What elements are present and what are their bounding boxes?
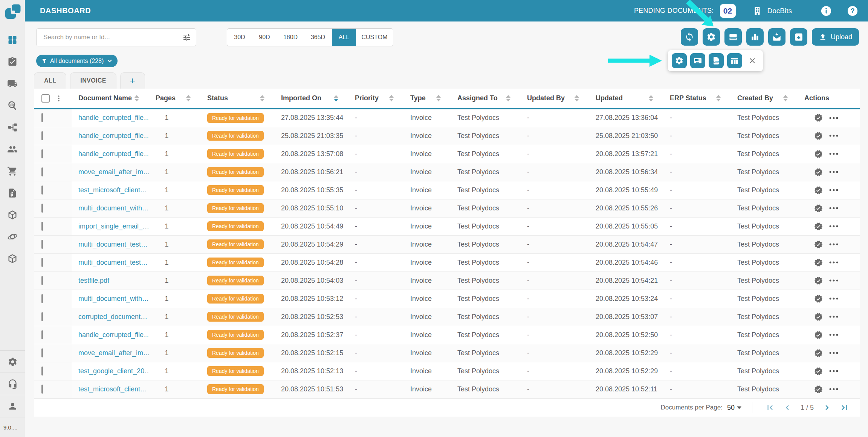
row-checkbox[interactable] xyxy=(41,385,43,394)
document-name-link[interactable]: multi_document_with… xyxy=(78,295,149,302)
per-page-value[interactable]: 50 xyxy=(727,404,735,412)
toolbar-mail-import-button[interactable] xyxy=(768,28,785,46)
row-checkbox[interactable] xyxy=(41,276,43,285)
sidebar-item-settings[interactable] xyxy=(0,351,25,373)
last-page-button[interactable] xyxy=(839,403,849,412)
verified-icon[interactable] xyxy=(814,150,823,158)
range-90d[interactable]: 90D xyxy=(252,29,277,46)
row-more-button[interactable] xyxy=(829,370,839,373)
close-icon[interactable] xyxy=(749,57,756,64)
add-tab-button[interactable]: + xyxy=(120,72,145,89)
verified-icon[interactable] xyxy=(814,313,823,321)
verified-icon[interactable] xyxy=(814,240,823,249)
sidebar-item-profile[interactable] xyxy=(0,395,25,417)
document-name-link[interactable]: multi_document_test… xyxy=(78,259,148,266)
verified-icon[interactable] xyxy=(814,258,823,267)
row-checkbox[interactable] xyxy=(41,240,43,249)
search-input[interactable] xyxy=(43,33,182,41)
row-more-button[interactable] xyxy=(829,152,839,155)
sidebar-item-cart[interactable] xyxy=(7,166,18,176)
help-icon[interactable]: ? xyxy=(847,5,858,17)
sidebar-item-dashboard[interactable] xyxy=(7,35,18,45)
row-more-button[interactable] xyxy=(829,297,839,300)
row-checkbox[interactable] xyxy=(41,186,43,195)
verified-icon[interactable] xyxy=(814,276,823,285)
sidebar-item-truck[interactable] xyxy=(7,78,18,89)
row-checkbox[interactable] xyxy=(41,330,43,339)
row-checkbox[interactable] xyxy=(41,222,43,231)
row-more-button[interactable] xyxy=(829,279,839,282)
tab-invoice[interactable]: INVOICE xyxy=(70,72,116,89)
sidebar-item-invoice[interactable] xyxy=(7,188,18,198)
column-menu-icon[interactable] xyxy=(55,95,63,102)
sidebar-item-package[interactable] xyxy=(7,210,18,220)
sort-arrows-icon[interactable] xyxy=(783,95,788,101)
row-more-button[interactable] xyxy=(829,388,839,391)
popup-columns-button[interactable] xyxy=(727,53,742,68)
toolbar-stats-button[interactable] xyxy=(746,28,764,46)
sidebar-item-clipboard[interactable] xyxy=(7,57,18,67)
toolbar-refresh-button[interactable] xyxy=(681,28,698,46)
row-more-button[interactable] xyxy=(829,134,839,137)
tab-all[interactable]: ALL xyxy=(34,72,66,89)
range-all[interactable]: ALL xyxy=(332,29,356,46)
verified-icon[interactable] xyxy=(814,204,823,213)
upload-button[interactable]: Upload xyxy=(812,28,859,46)
sidebar-item-workflow[interactable] xyxy=(7,122,18,133)
sidebar-item-users[interactable] xyxy=(7,144,18,155)
next-page-button[interactable] xyxy=(822,403,832,412)
row-more-button[interactable] xyxy=(829,243,839,246)
verified-icon[interactable] xyxy=(814,349,823,357)
verified-icon[interactable] xyxy=(814,294,823,303)
toolbar-unarchive-button[interactable] xyxy=(790,28,807,46)
column-header-name[interactable]: Document Name xyxy=(72,89,149,109)
row-checkbox[interactable] xyxy=(41,366,43,376)
sort-arrows-icon[interactable] xyxy=(260,95,264,101)
column-header-type[interactable]: Type xyxy=(403,89,451,109)
per-page-caret-icon[interactable] xyxy=(737,406,741,409)
document-name-link[interactable]: corrupted_document… xyxy=(78,313,147,320)
document-name-link[interactable]: testfile.pdf xyxy=(78,277,109,284)
sort-arrows-icon[interactable] xyxy=(334,95,338,101)
row-checkbox[interactable] xyxy=(41,312,43,321)
verified-icon[interactable] xyxy=(814,385,823,394)
sidebar-item-package-2[interactable] xyxy=(7,253,18,264)
sort-arrows-icon[interactable] xyxy=(436,95,441,101)
row-more-button[interactable] xyxy=(829,351,839,354)
info-icon[interactable] xyxy=(821,5,832,17)
sort-arrows-icon[interactable] xyxy=(575,95,579,101)
verified-icon[interactable] xyxy=(814,222,823,231)
row-more-button[interactable] xyxy=(829,333,839,336)
toolbar-settings-button[interactable] xyxy=(703,28,720,46)
first-page-button[interactable] xyxy=(765,403,775,412)
document-name-link[interactable]: handle_corrupted_file… xyxy=(78,150,149,158)
range-custom[interactable]: CUSTOM xyxy=(356,29,393,46)
row-checkbox[interactable] xyxy=(41,149,43,158)
popup-log-button[interactable]: LOG xyxy=(709,53,724,68)
row-more-button[interactable] xyxy=(829,261,839,264)
row-more-button[interactable] xyxy=(829,117,839,120)
row-more-button[interactable] xyxy=(829,225,839,228)
document-name-link[interactable]: test_google_client_20… xyxy=(78,367,149,375)
document-name-link[interactable]: multi_document_with… xyxy=(78,204,149,212)
document-name-link[interactable]: import_single_email_… xyxy=(78,222,149,230)
column-header-status[interactable]: Status xyxy=(200,89,274,109)
column-header-imported[interactable]: Imported On xyxy=(274,89,348,109)
verified-icon[interactable] xyxy=(814,168,823,176)
column-header-assigned_to[interactable]: Assigned To xyxy=(451,89,520,109)
row-checkbox[interactable] xyxy=(41,204,43,213)
document-name-link[interactable]: handle_corrupted_file… xyxy=(78,331,149,339)
column-header-created_by[interactable]: Created By xyxy=(730,89,798,109)
sidebar-item-support[interactable] xyxy=(0,373,25,395)
sort-arrows-icon[interactable] xyxy=(649,95,653,101)
document-name-link[interactable]: move_email_after_im… xyxy=(78,168,149,176)
range-365d[interactable]: 365D xyxy=(304,29,332,46)
column-header-updated_by[interactable]: Updated By xyxy=(520,89,589,109)
verified-icon[interactable] xyxy=(814,113,823,122)
document-name-link[interactable]: handle_corrupted_file… xyxy=(78,114,149,121)
column-header-pages[interactable]: Pages xyxy=(149,89,200,109)
documents-filter-pill[interactable]: All documents (228) xyxy=(36,55,118,67)
row-checkbox[interactable] xyxy=(41,348,43,357)
row-checkbox[interactable] xyxy=(41,258,43,267)
column-header-erp_status[interactable]: ERP Status xyxy=(663,89,730,109)
